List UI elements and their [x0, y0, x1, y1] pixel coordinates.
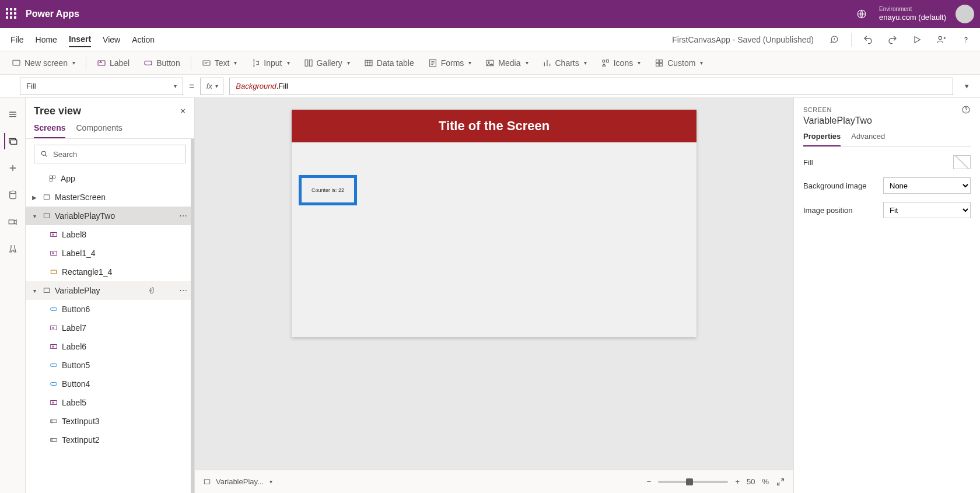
environment-icon[interactable] [853, 6, 870, 22]
zoom-out-button[interactable]: − [647, 477, 652, 486]
ribbon-datatable[interactable]: Data table [358, 56, 420, 70]
ribbon-new-screen[interactable]: New screen▾ [6, 56, 81, 70]
tree-item-label6[interactable]: Label6 [26, 337, 194, 356]
environment-display[interactable]: Environment enayu.com (default) [879, 6, 946, 22]
svg-point-14 [602, 60, 604, 62]
tree-item-textinput2[interactable]: TextInput2 [26, 431, 194, 449]
tree-label: VariablePlay [55, 286, 144, 295]
fill-color-picker[interactable] [953, 155, 971, 169]
search-input[interactable]: Search [34, 145, 186, 163]
ribbon-label[interactable]: Label [91, 56, 135, 70]
tree-item-variableplay[interactable]: ▾ VariablePlay ⋯ [26, 281, 194, 300]
svg-marker-1 [915, 36, 920, 43]
svg-rect-30 [51, 233, 57, 237]
chevron-down-icon[interactable]: ▾ [30, 288, 38, 294]
ribbon-text-label: Text [215, 58, 230, 68]
tree-item-label8[interactable]: Label8 [26, 225, 194, 244]
avatar[interactable] [956, 5, 974, 23]
tree-label: Button4 [62, 379, 190, 389]
canvas-area[interactable]: Title of the Screen Counter is: 22 [195, 98, 793, 470]
menu-view[interactable]: View [103, 33, 120, 47]
waffle-icon[interactable] [6, 8, 18, 20]
tree-label: Label8 [62, 230, 190, 239]
ribbon-media[interactable]: Media▾ [480, 56, 534, 70]
rail-hamburger-icon[interactable] [5, 106, 21, 123]
imgpos-select[interactable]: Fit [883, 202, 971, 218]
menu-insert[interactable]: Insert [69, 32, 91, 47]
bgimage-select[interactable]: None [883, 177, 971, 194]
rail-tools-icon[interactable] [5, 240, 21, 257]
ribbon-custom[interactable]: Custom▾ [649, 56, 709, 70]
close-icon[interactable]: ✕ [180, 107, 186, 116]
tree-item-textinput3[interactable]: TextInput3 [26, 412, 194, 431]
chevron-right-icon[interactable]: ▶ [30, 194, 38, 201]
app-title: Power Apps [26, 9, 79, 19]
tree-item-button6[interactable]: Button6 [26, 300, 194, 319]
help-icon[interactable] [958, 32, 974, 48]
svg-point-44 [965, 111, 966, 112]
rail-media-icon[interactable] [5, 214, 21, 230]
undo-icon[interactable] [860, 32, 876, 48]
menubar: File Home Insert View Action FirstCanvas… [0, 28, 980, 51]
tree-item-label1-4[interactable]: Label1_4 [26, 244, 194, 263]
zoom-slider[interactable] [658, 481, 728, 483]
ribbon-gallery[interactable]: Gallery▾ [298, 56, 356, 70]
props-tab-properties[interactable]: Properties [803, 132, 841, 146]
tree-item-variableplaytwo[interactable]: ▾ VariablePlayTwo ⋯ [26, 207, 194, 225]
breadcrumb[interactable]: VariablePlay... ▾ [203, 477, 272, 486]
redo-icon[interactable] [884, 32, 901, 48]
label-icon [49, 230, 58, 239]
canvas-wrapper: Title of the Screen Counter is: 22 Varia… [195, 98, 793, 493]
menu-action[interactable]: Action [132, 33, 155, 47]
breadcrumb-label: VariablePlay... [216, 477, 264, 486]
props-row-fill: Fill [803, 155, 971, 169]
tree-item-button5[interactable]: Button5 [26, 356, 194, 375]
tree-item-masterscreen[interactable]: ▶ MasterScreen [26, 188, 194, 207]
divider [851, 33, 852, 47]
ribbon-button[interactable]: Button [138, 56, 186, 70]
tree-view-tabs: Screens Components [26, 118, 194, 139]
rail-tree-icon[interactable] [4, 133, 20, 149]
screen-icon [42, 193, 51, 202]
zoom-unit: % [762, 477, 769, 486]
share-icon[interactable] [933, 32, 950, 48]
more-icon[interactable]: ⋯ [177, 211, 190, 221]
ribbon-text[interactable]: Text▾ [196, 56, 243, 70]
tree-item-label7[interactable]: Label7 [26, 319, 194, 337]
menu-home[interactable]: Home [36, 33, 57, 47]
fx-button[interactable]: fx▾ [200, 78, 223, 95]
props-imgpos-label: Image position [803, 206, 853, 215]
ribbon-icons[interactable]: Icons▾ [595, 56, 646, 70]
more-icon[interactable]: ⋯ [177, 286, 190, 295]
tree-item-app[interactable]: App [26, 169, 194, 188]
rail-add-icon[interactable] [5, 160, 21, 176]
tree-item-button4[interactable]: Button4 [26, 375, 194, 393]
zoom-in-button[interactable]: + [735, 477, 740, 486]
play-icon[interactable] [909, 32, 925, 48]
fit-to-screen-icon[interactable] [776, 477, 785, 487]
rail-data-icon[interactable] [5, 187, 21, 203]
expand-formula-icon[interactable]: ▾ [959, 82, 974, 90]
scrollbar[interactable] [191, 139, 194, 493]
tree-item-label5[interactable]: Label5 [26, 393, 194, 412]
ribbon-forms[interactable]: Forms▾ [422, 56, 478, 70]
info-icon[interactable] [961, 105, 971, 114]
chevron-down-icon[interactable]: ▾ [30, 213, 38, 219]
ribbon-input[interactable]: Input▾ [245, 56, 295, 70]
screen-title-bar[interactable]: Title of the Screen [292, 110, 696, 142]
ribbon-datatable-label: Data table [377, 58, 414, 68]
formula-input[interactable]: Background.Fill [229, 78, 953, 95]
property-selector[interactable]: Fill ▾ [20, 78, 183, 95]
tree-item-rectangle1-4[interactable]: Rectangle1_4 [26, 263, 194, 281]
counter-label[interactable]: Counter is: 22 [299, 175, 357, 205]
screen-title-text: Title of the Screen [439, 118, 550, 134]
app-checker-icon[interactable] [827, 32, 843, 48]
divider [86, 56, 86, 70]
tab-components[interactable]: Components [76, 123, 122, 138]
ribbon-charts-label: Charts [555, 58, 579, 68]
tab-screens[interactable]: Screens [34, 123, 65, 138]
menu-file[interactable]: File [10, 33, 24, 47]
ribbon-charts[interactable]: Charts▾ [537, 56, 593, 70]
screen-canvas[interactable]: Title of the Screen Counter is: 22 [292, 110, 696, 337]
props-tab-advanced[interactable]: Advanced [851, 132, 885, 146]
